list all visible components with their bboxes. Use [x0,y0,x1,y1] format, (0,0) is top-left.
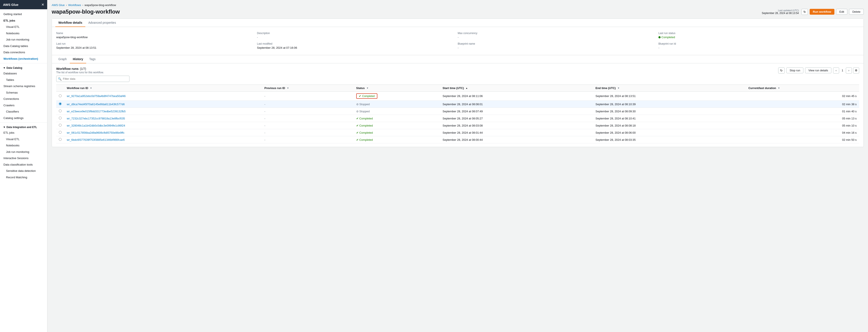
status-cell: ⊘ Stopped [354,108,440,115]
sidebar-item-data-connections[interactable]: Data connections [0,49,47,56]
sidebar-item-notebooks-bottom[interactable]: Notebooks [0,142,47,149]
sort-icon-status[interactable]: ▼ [366,87,369,89]
sidebar-item-interactive-sessions[interactable]: Interactive Sessions [0,155,47,162]
status-stop-icon: ⊘ [356,103,359,106]
runs-refresh-button[interactable]: ↻ [778,67,785,74]
sidebar-item-visual-etl-bottom[interactable]: Visual ETL [0,136,47,142]
run-id-link[interactable]: wr_328048c1a1b42db0c0dbc3e0994fe1c86f24 [67,124,125,127]
status-text: Completed [359,131,373,134]
run-id-link[interactable]: wr_6bdc6f377639f753f3885e61346bf966fcae6 [67,138,125,141]
tab-history[interactable]: History [70,55,86,63]
sidebar-item-data-catalog-tables[interactable]: Data Catalog tables [0,43,47,49]
filter-input[interactable] [56,76,129,82]
detail-max-concurrency-label: Max concurrency [458,32,658,35]
sidebar-item-notebooks-top[interactable]: Notebooks [0,30,47,37]
main-content: AWS Glue › Workflows › wapa5pow-blog-wor… [48,0,868,332]
run-id-link[interactable]: wr_061c517856ba2d9a9606cfb85750e86e9ffc [67,131,124,134]
start-time-cell: September 28, 2024 at 08:11:06 [440,92,593,101]
sort-icon-prev[interactable]: ▼ [287,87,289,89]
sidebar-close-button[interactable]: ✕ [41,3,44,7]
sidebar-item-job-run-monitoring-bottom[interactable]: Job run monitoring [0,149,47,155]
sidebar-item-tables[interactable]: Tables [0,77,47,83]
pagination-settings-button[interactable]: ⚙ [853,67,859,74]
tab-advanced-properties[interactable]: Advanced properties [85,19,119,27]
stop-run-button[interactable]: Stop run [786,67,803,73]
row-radio[interactable] [59,110,62,112]
run-id-link[interactable]: wr_7232c327ebc17352cc978818a13e8fbcf035 [67,117,125,120]
radio-cell[interactable] [56,129,64,136]
sidebar-item-sensitive-data[interactable]: Sensitive data detection [0,168,47,174]
breadcrumb-aws-glue[interactable]: AWS Glue [52,3,65,7]
sort-icon-start[interactable]: ▲ [466,87,468,89]
th-status: Status ▼ [354,85,440,92]
prev-page-button[interactable]: ‹ [833,67,839,74]
next-page-button[interactable]: › [846,67,852,74]
run-id-link[interactable]: wr_9270a1a952ebc0d759a4b8f4747bea50af46 [67,94,126,98]
tab-workflow-details[interactable]: Workflow details [55,19,85,27]
sidebar-item-stream-schema[interactable]: Stream schema registries [0,83,47,89]
sort-icon-dur[interactable]: ▼ [778,87,780,89]
radio-cell[interactable] [56,92,64,101]
view-run-details-button[interactable]: View run details [805,67,831,73]
page-title: wapa5pow-blog-workflow [52,8,120,15]
sidebar-item-workflows[interactable]: Workflows (orchestration) [0,56,47,62]
radio-cell[interactable] [56,101,64,108]
runs-actions: ↻ Stop run View run details ‹ 1 › ⚙ [778,67,859,74]
sidebar-item-data-classification[interactable]: Data classification tools [0,162,47,168]
sidebar-item-classifiers[interactable]: Classifiers [0,108,47,115]
sidebar-item-job-run-monitoring-top[interactable]: Job run monitoring [0,36,47,43]
collapse-arrow-icon: ▼ [3,66,6,70]
runs-tbody: wr_9270a1a952ebc0d759a4b8f4747bea50af46 … [56,92,859,143]
detail-blueprint-run-id: Blueprint run Id - [658,41,859,52]
radio-cell[interactable] [56,136,64,143]
delete-button[interactable]: Delete [849,9,864,15]
status-badge-completed: ✔ Completed [356,138,373,141]
breadcrumb-sep-2: › [82,3,83,7]
sidebar-item-etl-jobs-bottom[interactable]: ETL jobs [0,130,47,136]
row-radio[interactable] [59,138,62,141]
detail-last-run-label: Last run [56,42,257,45]
run-id-link[interactable]: wr_e23eece9e015f9dd331773edbe5239132fb5 [67,110,126,113]
radio-cell[interactable] [56,108,64,115]
sidebar-item-crawlers[interactable]: Crawlers [0,102,47,109]
row-radio[interactable] [59,103,62,105]
row-radio[interactable] [59,124,62,127]
sidebar-title: AWS Glue [3,3,19,6]
run-id-link[interactable]: wr_d9ca74ed45f70a6145e6fda611b43fc577d6 [67,103,125,106]
detail-last-run-status-label: Last run status [658,32,859,35]
radio-cell[interactable] [56,122,64,129]
tab-tags[interactable]: Tags [86,55,99,63]
sidebar-item-visual-etl-top[interactable]: Visual ETL [0,24,47,30]
status-check-icon: ✔ [356,124,359,127]
sidebar-item-schemas[interactable]: Schemas [0,89,47,96]
radio-cell[interactable] [56,115,64,122]
status-stop-icon: ⊘ [356,110,359,113]
sidebar-section-data-catalog[interactable]: ▼ Data Catalog [0,65,47,70]
sidebar-section-data-integration[interactable]: ▼ Data Integration and ETL [0,124,47,130]
status-text: Completed [359,124,373,127]
run-id-cell: wr_9270a1a952ebc0d759a4b8f4747bea50af46 [64,92,262,101]
tab-graph[interactable]: Graph [55,55,70,63]
status-cell: ✔ Completed [354,122,440,129]
sidebar-item-getting-started[interactable]: Getting started [0,11,47,18]
row-radio[interactable] [59,131,62,134]
run-workflow-button[interactable]: Run workflow [810,9,834,15]
sidebar-item-connections[interactable]: Connections [0,96,47,102]
edit-button[interactable]: Edit [836,9,847,15]
start-time-cell: September 28, 2024 at 08:05:27 [440,115,593,122]
row-radio[interactable] [59,94,62,97]
sidebar-item-etl-jobs-top[interactable]: ETL jobs [0,18,47,24]
duration-cell: 02 min 38 s [746,101,859,108]
status-badge-completed: ✔ Completed [356,131,373,134]
run-id-cell: wr_061c517856ba2d9a9606cfb85750e86e9ffc [64,129,262,136]
sort-icon-end[interactable]: ▼ [618,87,620,89]
refresh-button[interactable]: ↻ [801,9,808,15]
filter-input-wrap: 🔍 [56,76,129,82]
sort-icon-id[interactable]: ▼ [90,87,92,89]
sidebar-item-catalog-settings[interactable]: Catalog settings [0,115,47,121]
sidebar-item-databases[interactable]: Databases [0,70,47,77]
sidebar-item-record-matching[interactable]: Record Matching [0,174,47,181]
row-radio[interactable] [59,117,62,119]
breadcrumb-workflows[interactable]: Workflows [68,3,81,7]
start-time-cell: September 28, 2024 at 08:00:44 [440,136,593,143]
